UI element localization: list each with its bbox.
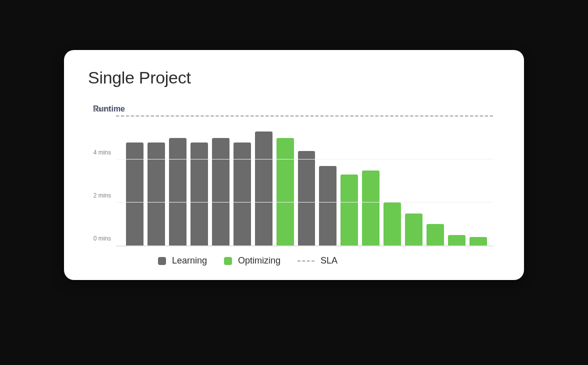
chart-bars xyxy=(116,116,493,246)
gridline xyxy=(116,202,493,202)
bar-learning xyxy=(319,166,336,246)
y-tick-label: 0 mins xyxy=(94,235,116,242)
bar-optimizing xyxy=(470,237,487,246)
bar-learning xyxy=(148,142,165,246)
bar-optimizing xyxy=(384,202,401,246)
chart-plot: 6 mins4 mins2 mins0 mins xyxy=(116,116,493,246)
bar-learning xyxy=(298,151,316,246)
legend-item-learning: Learning xyxy=(158,256,207,266)
y-tick-label: 2 mins xyxy=(94,192,116,199)
bar-optimizing xyxy=(276,138,294,246)
bar-learning xyxy=(255,132,272,246)
bar-optimizing xyxy=(340,174,358,246)
legend-label-optimizing: Optimizing xyxy=(238,256,280,266)
bar-learning xyxy=(234,142,251,246)
legend-swatch-optimizing xyxy=(224,257,232,265)
bar-learning xyxy=(126,142,144,246)
chart-legend: Learning Optimizing SLA xyxy=(158,256,500,266)
gridline xyxy=(116,159,493,160)
bar-learning xyxy=(169,138,186,246)
card-title: Single Project xyxy=(88,68,500,88)
y-tick-label: 4 mins xyxy=(94,149,116,156)
y-tick-label: 6 mins xyxy=(94,106,116,113)
chart-subtitle: Runtime xyxy=(93,104,500,114)
legend-item-optimizing: Optimizing xyxy=(224,256,280,266)
bar-optimizing xyxy=(362,170,380,246)
bar-optimizing xyxy=(405,214,422,246)
chart-area: 6 mins4 mins2 mins0 mins xyxy=(88,116,500,246)
legend-label-learning: Learning xyxy=(172,256,207,266)
legend-swatch-sla xyxy=(298,260,314,262)
legend-swatch-learning xyxy=(158,257,166,265)
legend-item-sla: SLA xyxy=(298,256,338,266)
sla-line xyxy=(116,116,493,116)
bar-optimizing xyxy=(426,224,444,246)
legend-label-sla: SLA xyxy=(320,256,338,266)
bar-learning xyxy=(212,138,230,246)
bar-optimizing xyxy=(448,235,466,246)
chart-card: Single Project Runtime 6 mins4 mins2 min… xyxy=(64,50,524,280)
bar-learning xyxy=(190,142,208,246)
